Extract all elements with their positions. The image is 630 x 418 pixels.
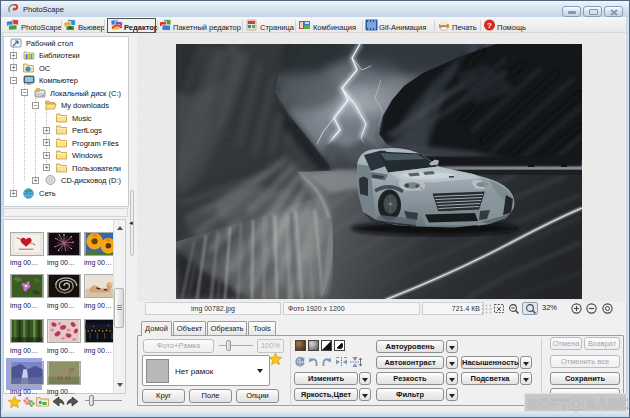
svg-text:?: ? — [487, 21, 492, 30]
